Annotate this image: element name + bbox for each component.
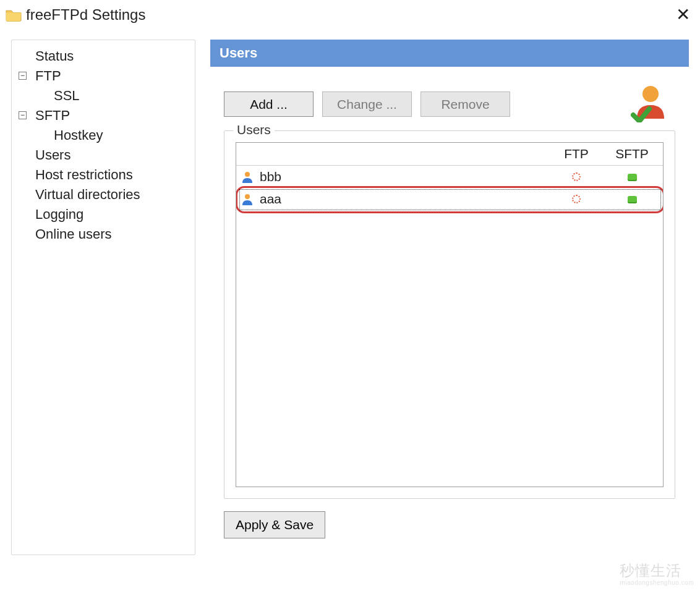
panel-body: Add ... Change ... Remove Users FTP SFTP [210,67,689,545]
user-name-cell: bbb [260,169,281,184]
sidebar-item-users[interactable]: Users [17,145,192,165]
sidebar-item-label: Host restrictions [35,167,133,183]
sidebar-item-status[interactable]: Status [17,46,192,66]
tree-collapse-sftp[interactable]: − [19,111,27,119]
svg-point-2 [245,194,250,199]
sidebar-item-label: SFTP [35,108,70,124]
user-name-cell: aaa [260,192,281,206]
sidebar-item-hostkey[interactable]: Hostkey [17,125,192,145]
sidebar-item-label: SSL [54,88,80,104]
add-button[interactable]: Add ... [224,91,314,117]
sidebar-item-label: Online users [35,226,112,242]
sidebar-item-label: Hostkey [54,127,103,143]
change-button[interactable]: Change ... [322,91,412,117]
sidebar: Status − FTP SSL [11,40,195,555]
ftp-status-off-icon [572,172,581,181]
nav-tree: Status − FTP SSL [17,46,192,244]
table-row[interactable]: bbb [236,166,663,189]
users-table-container: FTP SFTP [236,142,664,487]
sidebar-item-virtual-directories[interactable]: Virtual directories [17,185,192,205]
sidebar-item-host-restrictions[interactable]: Host restrictions [17,165,192,185]
panel-header: Users [210,40,689,67]
content-area: Status − FTP SSL [0,27,700,591]
sidebar-item-label: Logging [35,206,83,223]
sidebar-item-label: Status [35,48,74,64]
sidebar-item-logging[interactable]: Logging [17,205,192,224]
sidebar-item-sftp[interactable]: SFTP [17,106,192,125]
app-folder-icon [5,7,22,22]
svg-point-1 [245,172,250,177]
sftp-status-on-icon [628,196,637,203]
user-icon [241,193,254,205]
panel-title: Users [220,45,257,61]
sidebar-item-label: FTP [35,68,61,84]
svg-point-0 [642,86,659,102]
main-panel: Users Add ... Change ... Remove Users [210,40,689,591]
column-header-sftp[interactable]: SFTP [601,143,663,166]
titlebar: freeFTPd Settings ✕ [0,0,700,27]
groupbox-legend: Users [233,122,275,137]
table-row[interactable]: aaa [236,188,663,210]
toolbar: Add ... Change ... Remove [224,91,675,117]
apply-save-button[interactable]: Apply & Save [224,511,325,538]
users-groupbox: Users FTP SFTP [224,130,675,499]
sidebar-item-ftp[interactable]: FTP [17,66,192,86]
users-table: FTP SFTP [236,143,663,210]
sidebar-item-label: Virtual directories [35,187,140,203]
footer-actions: Apply & Save [224,511,675,538]
user-icon [241,171,254,183]
column-header-ftp[interactable]: FTP [552,143,601,166]
watermark-text: 秒懂生活 [620,562,681,579]
watermark: 秒懂生活 miaodongshenghuo.com [620,561,694,586]
watermark-sub: miaodongshenghuo.com [620,579,694,586]
remove-button[interactable]: Remove [420,91,510,117]
sidebar-item-online-users[interactable]: Online users [17,224,192,244]
user-hero-icon [631,83,670,122]
tree-collapse-ftp[interactable]: − [19,72,27,80]
sftp-status-on-icon [628,174,637,181]
window-title: freeFTPd Settings [26,6,145,23]
close-icon[interactable]: ✕ [671,6,695,23]
column-header-name[interactable] [236,143,552,166]
sidebar-item-ssl[interactable]: SSL [17,86,192,106]
sidebar-item-label: Users [35,147,70,163]
ftp-status-off-icon [572,195,581,203]
